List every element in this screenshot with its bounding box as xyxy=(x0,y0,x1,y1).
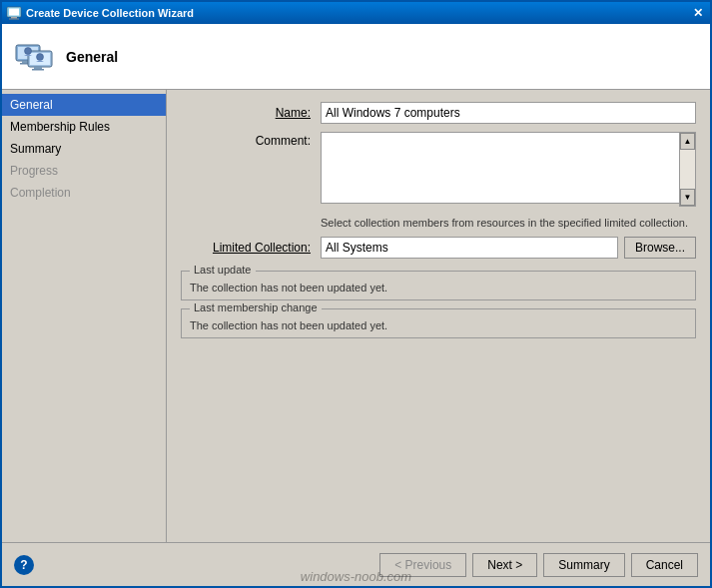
comment-row: Comment: ▲ ▼ xyxy=(181,132,696,207)
last-update-box: Last update The collection has not been … xyxy=(181,271,696,300)
last-update-legend: Last update xyxy=(190,264,256,276)
titlebar-icon xyxy=(6,5,22,21)
last-membership-box: Last membership change The collection ha… xyxy=(181,308,696,338)
sidebar-item-summary[interactable]: Summary xyxy=(2,138,166,160)
main-content: General Membership Rules Summary Progres… xyxy=(2,90,710,542)
last-membership-legend: Last membership change xyxy=(190,301,322,313)
svg-rect-3 xyxy=(9,19,19,20)
svg-point-13 xyxy=(37,53,44,60)
titlebar-title-text: Create Device Collection Wizard xyxy=(26,7,194,19)
last-membership-text: The collection has not been updated yet. xyxy=(190,319,687,331)
comment-wrapper: ▲ ▼ xyxy=(321,132,696,207)
sidebar-item-membership-rules[interactable]: Membership Rules xyxy=(2,116,166,138)
titlebar: Create Device Collection Wizard ✕ xyxy=(2,2,710,24)
next-button[interactable]: Next > xyxy=(472,553,537,577)
name-input[interactable] xyxy=(321,102,696,124)
svg-rect-1 xyxy=(9,9,19,16)
comment-textarea[interactable] xyxy=(321,132,696,204)
bottom-bar: ? < Previous Next > Summary Cancel xyxy=(2,542,710,586)
content-panel: Name: Comment: ▲ ▼ Select collection mem… xyxy=(167,90,710,542)
comment-label: Comment: xyxy=(181,132,321,207)
previous-button[interactable]: < Previous xyxy=(379,553,466,577)
limited-collection-input[interactable] xyxy=(321,237,618,259)
last-update-text: The collection has not been updated yet. xyxy=(190,282,687,294)
titlebar-title-area: Create Device Collection Wizard xyxy=(6,5,194,21)
bottom-left: ? xyxy=(14,555,34,575)
sidebar: General Membership Rules Summary Progres… xyxy=(2,90,167,542)
bottom-right: < Previous Next > Summary Cancel xyxy=(379,553,698,577)
limited-collection-row: Limited Collection: Browse... xyxy=(181,237,696,259)
summary-button[interactable]: Summary xyxy=(543,553,624,577)
wizard-window: Create Device Collection Wizard ✕ Genera… xyxy=(0,0,712,588)
comment-scrollbar[interactable]: ▲ ▼ xyxy=(679,132,696,207)
svg-point-12 xyxy=(25,47,32,54)
browse-button[interactable]: Browse... xyxy=(624,237,696,259)
cancel-button[interactable]: Cancel xyxy=(631,553,698,577)
scroll-down-btn[interactable]: ▼ xyxy=(680,189,695,206)
scroll-track xyxy=(680,150,695,189)
scroll-up-btn[interactable]: ▲ xyxy=(680,133,695,150)
name-row: Name: xyxy=(181,102,696,124)
name-label: Name: xyxy=(181,106,321,120)
info-text: Select collection members from resources… xyxy=(321,217,696,229)
sidebar-item-progress: Progress xyxy=(2,160,166,182)
sidebar-item-completion: Completion xyxy=(2,182,166,204)
help-button[interactable]: ? xyxy=(14,555,34,575)
computer-icon xyxy=(14,37,54,77)
svg-rect-2 xyxy=(11,17,17,19)
close-button[interactable]: ✕ xyxy=(690,5,706,21)
svg-rect-11 xyxy=(32,69,44,71)
svg-rect-10 xyxy=(34,67,42,69)
limited-collection-label: Limited Collection: xyxy=(181,241,321,255)
header-area: General xyxy=(2,24,710,90)
header-title: General xyxy=(66,49,118,65)
sidebar-item-general[interactable]: General xyxy=(2,94,166,116)
